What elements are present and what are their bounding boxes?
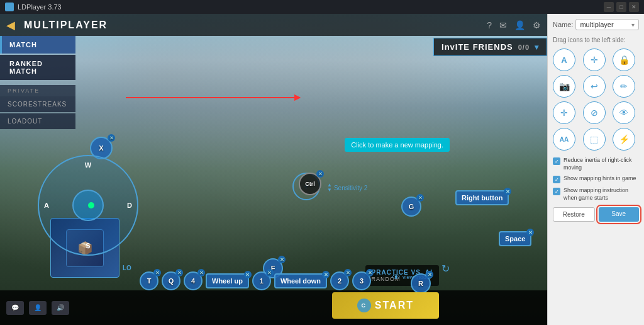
close-button[interactable]: ✕ (629, 2, 639, 12)
click-hint[interactable]: Click to make a new mapping. (345, 138, 450, 152)
name-value[interactable]: multiplayer ▾ (575, 19, 639, 30)
player-icon[interactable]: 👤 (29, 301, 47, 315)
game-top-icons: ? ✉ 👤 ⚙ (487, 20, 541, 30)
checkbox-1[interactable]: ✓ (553, 157, 560, 165)
icon-rotate[interactable]: ↩ (583, 75, 606, 98)
refresh-icon[interactable]: ↻ (441, 263, 450, 275)
save-button[interactable]: Save (599, 207, 640, 222)
4-mapping-button[interactable]: 4 ✕ (184, 271, 203, 290)
private-label: PRIVATE (0, 85, 75, 96)
ctrl-mapping-button[interactable]: Ctrl ✕ (299, 173, 321, 195)
r-close-icon[interactable]: ✕ (426, 271, 433, 278)
icon-pencil[interactable]: ✏ (613, 75, 635, 98)
icon-crosshair[interactable]: ✛ (583, 48, 606, 71)
settings-icon[interactable]: ⚙ (533, 20, 541, 30)
name-dropdown-icon[interactable]: ▾ (631, 21, 635, 28)
menu-item-scorestreaks[interactable]: SCORESTREAKS (0, 96, 75, 112)
minimize-button[interactable]: ─ (604, 2, 614, 12)
game-area: ◀ MULTIPLAYER ? ✉ 👤 ⚙ MATCH RANKED MATCH… (0, 14, 547, 325)
chat-icon[interactable]: 💬 (6, 301, 24, 315)
left-menu: MATCH RANKED MATCH PRIVATE SCORESTREAKS … (0, 36, 75, 130)
wasd-w-label: W (85, 161, 91, 169)
checkbox-2[interactable]: ✓ (553, 176, 560, 183)
checkbox-row-3: ✓ Show mapping instruction when game sta… (553, 187, 639, 202)
icon-camera[interactable]: 📷 (553, 75, 575, 98)
drag-instruction: Drag icons to the left side: (553, 37, 639, 43)
1-mapping-button[interactable]: 1 ✕ (252, 271, 271, 290)
bottom-bar: 💬 👤 🔊 (0, 290, 547, 325)
icon-a[interactable]: A (553, 48, 575, 71)
4-close-icon[interactable]: ✕ (197, 269, 205, 277)
lo-text: LO (123, 265, 131, 271)
game-top-bar: ◀ MULTIPLAYER ? ✉ 👤 ⚙ (0, 14, 547, 36)
game-title: MULTIPLAYER (24, 20, 108, 31)
app-title: LDPlayer 3.73 (18, 3, 62, 11)
panel-name-row: Name: multiplayer ▾ (553, 19, 639, 30)
q-mapping-button[interactable]: Q ✕ (162, 271, 180, 290)
wasd-d-label: D (127, 202, 132, 209)
help-icon[interactable]: ? (487, 20, 492, 30)
checkbox-3[interactable]: ✓ (553, 188, 560, 195)
bottom-mapping-row: T ✕ Q ✕ 4 ✕ Wheel up ✕ 1 ✕ Wheel down ✕ … (140, 271, 371, 290)
checkbox-3-label: Show mapping instruction when game start… (564, 187, 639, 202)
invite-dropdown-icon[interactable]: ▾ (535, 43, 539, 52)
t-mapping-button[interactable]: T ✕ (140, 271, 158, 290)
app-icon (5, 3, 14, 11)
f-close-icon[interactable]: ✕ (278, 256, 286, 263)
icon-lock[interactable]: 🔒 (613, 48, 635, 71)
menu-item-ranked[interactable]: RANKED MATCH (0, 55, 75, 80)
joystick-inner (72, 190, 104, 221)
wheelup-mapping-button[interactable]: Wheel up ✕ (206, 273, 249, 288)
icon-plus[interactable]: ✛ (553, 101, 575, 124)
q-close-icon[interactable]: ✕ (175, 269, 183, 277)
icon-lightning[interactable]: ⚡ (613, 128, 635, 151)
right-panel: Name: multiplayer ▾ Drag icons to the le… (547, 14, 644, 325)
space-mapping-button[interactable]: Space ✕ (499, 231, 531, 246)
red-arrow-head (294, 94, 301, 101)
joystick-area[interactable]: W A S D (38, 155, 138, 256)
start-button[interactable]: C START (332, 292, 439, 319)
icon-eye[interactable]: 👁 (613, 101, 635, 124)
menu-item-loadout[interactable]: LOADOUT (0, 113, 75, 129)
wheeldown-close-icon[interactable]: ✕ (322, 271, 330, 278)
icon-screen[interactable]: ⬚ (583, 128, 606, 151)
3-mapping-button[interactable]: 3 ✕ (352, 271, 371, 290)
back-arrow-icon[interactable]: ◀ (6, 18, 15, 32)
friends-icon[interactable]: 👤 (514, 20, 525, 30)
g-mapping-button[interactable]: G ✕ (401, 197, 421, 217)
invite-count: 0/0 (518, 43, 530, 51)
mail-icon[interactable]: ✉ (499, 20, 507, 30)
checkbox-row-1: ✓ Reduce inertia of right-click moving (553, 157, 639, 171)
icon-aa[interactable]: AA (553, 128, 575, 151)
start-c-icon: C (357, 299, 371, 312)
invite-bar[interactable]: InvITE FRIENDS 0/0 ▾ (433, 38, 547, 56)
joystick-dot (88, 202, 94, 208)
title-bar: LDPlayer 3.73 ─ □ ✕ (0, 0, 644, 14)
wheeldown-mapping-button[interactable]: Wheel down ✕ (274, 273, 327, 288)
view-model-icon: 👁 (392, 272, 401, 282)
menu-item-match[interactable]: MATCH (0, 36, 75, 54)
2-mapping-button[interactable]: 2 ✕ (330, 271, 349, 290)
sound-icon[interactable]: 🔊 (52, 301, 69, 315)
invite-label: InvITE FRIENDS (441, 42, 513, 52)
3-close-icon[interactable]: ✕ (366, 269, 374, 277)
icon-grid: A ✛ 🔒 📷 ↩ ✏ ✛ ⊘ 👁 AA ⬚ ⚡ (553, 48, 639, 151)
icon-no[interactable]: ⊘ (583, 101, 606, 124)
1-close-icon[interactable]: ✕ (266, 269, 274, 277)
ctrl-close-icon[interactable]: ✕ (316, 170, 324, 178)
restore-button[interactable]: Restore (553, 207, 595, 222)
2-close-icon[interactable]: ✕ (344, 269, 352, 277)
g-close-icon[interactable]: ✕ (416, 194, 424, 202)
maximize-button[interactable]: □ (616, 2, 626, 12)
r-mapping-button[interactable]: R ✕ (411, 273, 431, 294)
checkbox-1-label: Reduce inertia of right-click moving (564, 157, 639, 171)
x-close-icon[interactable]: ✕ (108, 134, 115, 142)
right-button-mapping[interactable]: Right button ✕ (455, 190, 509, 205)
t-close-icon[interactable]: ✕ (153, 269, 161, 277)
sens-arrows: ▲ ▼ (327, 183, 332, 193)
checkbox-2-label: Show mapping hints in game (564, 175, 636, 183)
window-controls[interactable]: ─ □ ✕ (604, 2, 639, 12)
joystick-circle: W A S D (38, 155, 138, 256)
wheelup-close-icon[interactable]: ✕ (244, 271, 252, 278)
red-arrow-indicator (126, 97, 296, 98)
